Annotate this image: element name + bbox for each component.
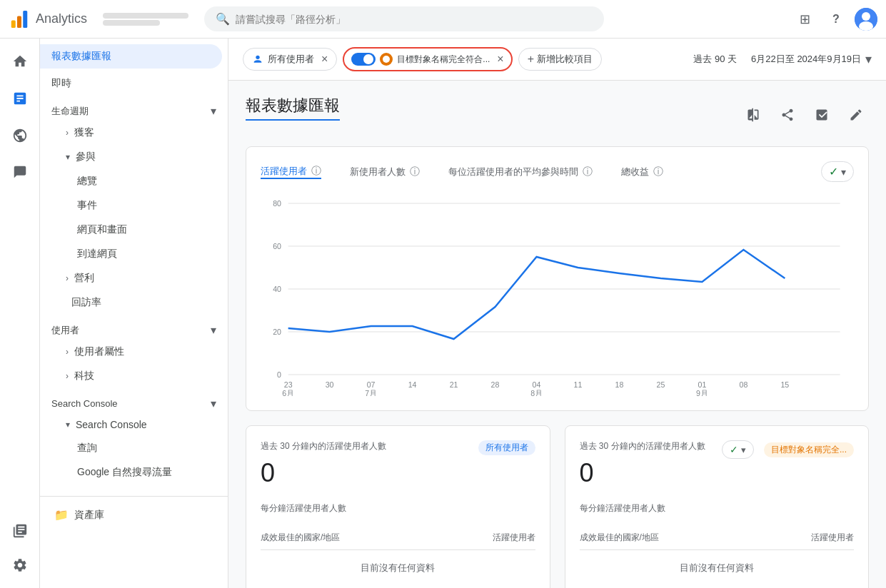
realtime-left-sub-label: 每分鐘活躍使用者人數 — [261, 502, 535, 514]
all-users-chip-label: 所有使用者 — [268, 53, 314, 66]
realtime-right-label: 過去 30 分鐘內的活躍使用者人數 — [580, 440, 705, 452]
metric-selector-wrapper: ✓ ▾ — [821, 161, 854, 182]
nav-item-landing[interactable]: 到達網頁 — [40, 242, 222, 266]
all-users-badge: 所有使用者 — [478, 440, 535, 455]
svg-point-4 — [862, 12, 870, 21]
nav-item-reports-overview[interactable]: 報表數據匯報 — [40, 44, 222, 69]
sidebar — [0, 39, 40, 588]
edit-button[interactable] — [843, 102, 869, 128]
analytics-logo-icon — [9, 9, 30, 30]
insights-button[interactable] — [809, 102, 835, 128]
grid-icon-button[interactable]: ⊞ — [792, 6, 817, 32]
svg-point-8 — [363, 54, 373, 64]
nav-item-events[interactable]: 事件 — [40, 193, 222, 218]
nav-item-retention[interactable]: 回訪率 — [40, 290, 222, 315]
checkmark-green-right-icon: ✓ — [730, 444, 738, 455]
edit-icon — [849, 108, 863, 122]
target-audience-badge: 目標對象名稱完全... — [764, 442, 854, 457]
metric-selector[interactable]: ✓ ▾ — [821, 161, 854, 182]
search-console-section-header: Search Console ▾ — [40, 388, 228, 413]
page-title-row: 報表數據匯報 — [246, 95, 869, 135]
metric-new-users[interactable]: 新使用者人數 ⓘ — [350, 166, 420, 178]
search-console-section-title: Search Console — [51, 398, 118, 409]
grid-icon: ⊞ — [800, 11, 810, 27]
nav-item-instant[interactable]: 即時 — [40, 71, 222, 96]
chart-area: 80 60 40 20 0 23 6月 30 — [261, 196, 854, 396]
all-users-chip-close-icon[interactable]: × — [321, 53, 328, 66]
date-range[interactable]: 過去 90 天 6月22日至 2024年9月19日 ▾ — [693, 51, 872, 67]
share-button[interactable] — [775, 102, 800, 128]
search-console-arrow-icon[interactable]: ▾ — [211, 397, 216, 410]
nav-item-tech[interactable]: › 科技 — [40, 364, 222, 388]
realtime-right-metric-selector[interactable]: ✓ ▾ — [722, 440, 754, 459]
svg-text:25: 25 — [657, 380, 665, 389]
all-users-chip-icon — [252, 54, 263, 65]
nav-item-monetize[interactable]: › 營利 — [40, 266, 222, 290]
sidebar-item-reports[interactable] — [3, 81, 37, 116]
metric-active-users-label: 活躍使用者 — [261, 165, 307, 178]
target-audience-chip-label: 目標對象名稱完全符合... — [397, 54, 490, 66]
nav-item-query[interactable]: 查詢 — [40, 436, 222, 460]
metric-active-users-help-icon: ⓘ — [311, 165, 321, 178]
svg-text:23: 23 — [284, 380, 293, 389]
nav-item-label: 報表數據匯報 — [51, 50, 111, 63]
lifecycle-arrow-icon[interactable]: ▾ — [211, 104, 216, 118]
filter-chip-all-users[interactable]: 所有使用者 × — [243, 48, 337, 71]
search-input[interactable] — [236, 14, 593, 25]
filter-chip-target-audience[interactable]: 目標對象名稱完全符合... × — [346, 50, 509, 69]
target-audience-chip-wrapper: 目標對象名稱完全符合... × — [343, 47, 512, 71]
nav-item-acquire[interactable]: › 獲客 — [40, 121, 222, 145]
svg-text:60: 60 — [273, 242, 281, 250]
table-col1-header-right: 成效最佳的國家/地區 — [580, 532, 659, 544]
avatar[interactable] — [855, 8, 877, 31]
nav-item-search-console[interactable]: ▾ Search Console — [40, 413, 222, 436]
avatar-image — [855, 8, 877, 31]
nav-item-library[interactable]: 📁 資產庫 — [40, 502, 222, 527]
table-header-row-left: 成效最佳的國家/地區 活躍使用者 — [261, 526, 535, 550]
metric-active-users[interactable]: 活躍使用者 ⓘ — [261, 165, 321, 179]
sidebar-bottom — [3, 514, 37, 582]
sidebar-item-home[interactable] — [3, 44, 37, 78]
users-arrow-icon[interactable]: ▾ — [211, 323, 216, 337]
nav-item-user-attr[interactable]: › 使用者屬性 — [40, 340, 222, 364]
svg-text:9月: 9月 — [696, 389, 708, 396]
nav-item-organic[interactable]: Google 自然搜尋流量 — [40, 460, 222, 485]
date-period: 過去 90 天 — [693, 53, 737, 66]
metric-avg-engagement[interactable]: 每位活躍使用者的平均參與時間 ⓘ — [448, 166, 593, 178]
nav-item-label: 網頁和畫面 — [77, 223, 127, 236]
compare-view-button[interactable] — [740, 102, 766, 128]
realtime-right-sub-label: 每分鐘活躍使用者人數 — [580, 502, 855, 514]
table-section-left: 成效最佳的國家/地區 活躍使用者 目前沒有任何資料 — [261, 526, 535, 586]
nav-item-label: 即時 — [51, 77, 71, 90]
nav-item-overview[interactable]: 總覽 — [40, 169, 222, 193]
top-icons: ⊞ ? — [792, 6, 877, 32]
nav-item-label: 參與 — [76, 151, 96, 163]
metric-total-revenue[interactable]: 總收益 ⓘ — [621, 166, 663, 178]
sidebar-item-explore[interactable] — [3, 118, 37, 153]
svg-text:21: 21 — [450, 380, 458, 389]
svg-text:01: 01 — [698, 380, 707, 389]
sidebar-item-advertising[interactable] — [3, 156, 37, 190]
nav-item-label: Search Console — [76, 419, 147, 430]
sidebar-item-library[interactable] — [3, 514, 37, 548]
realtime-right-value: 0 — [580, 458, 705, 488]
target-audience-chip-close-icon[interactable]: × — [497, 53, 503, 66]
lifecycle-section-header: 生命週期 ▾ — [40, 96, 228, 121]
add-compare-button[interactable]: + 新增比較項目 — [518, 48, 602, 71]
toggle-on-icon[interactable] — [351, 53, 376, 66]
metric-selector-arrow-icon: ▾ — [841, 166, 846, 178]
help-icon-button[interactable]: ? — [823, 6, 849, 32]
account-selector[interactable] — [96, 9, 196, 30]
search-bar[interactable]: 🔍 — [204, 6, 604, 31]
page-content: 報表數據匯報 — [228, 81, 886, 588]
chevron-right-icon: › — [66, 128, 69, 138]
nav-item-label: 營利 — [74, 272, 94, 285]
users-title: 使用者 — [51, 324, 79, 337]
nav-item-pages[interactable]: 網頁和畫面 — [40, 218, 222, 242]
nav-item-label: 查詢 — [77, 442, 97, 455]
nav-item-engage[interactable]: ▾ 參與 — [40, 145, 222, 169]
svg-text:80: 80 — [273, 199, 281, 208]
chart-card: 活躍使用者 ⓘ 新使用者人數 ⓘ 每位活躍使用者的平均參與時間 ⓘ 總收益 — [246, 146, 869, 411]
sidebar-item-settings[interactable] — [3, 548, 37, 582]
nav-item-label: 事件 — [77, 199, 97, 212]
